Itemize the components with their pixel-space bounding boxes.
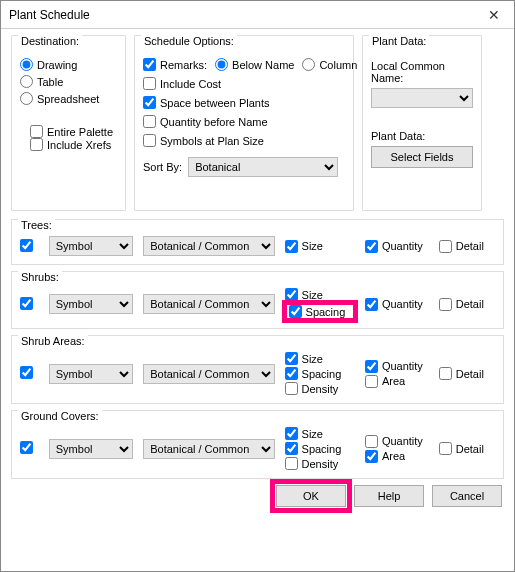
shrubs-symbol-combo[interactable]: Symbol [49,294,133,314]
check-entire-palette[interactable]: Entire Palette [30,125,117,138]
window-title: Plant Schedule [9,8,90,22]
gc-density-check[interactable]: Density [285,457,355,470]
footer: OK Help Cancel [11,485,504,507]
trees-detail-check[interactable]: Detail [439,240,495,253]
gc-enable-check[interactable] [20,441,33,454]
lcn-label: Local Common Name: [371,60,473,84]
check-space-between-input[interactable] [143,96,156,109]
check-symbols-plan[interactable]: Symbols at Plan Size [143,134,345,147]
shrubareas-size-check[interactable]: Size [285,352,355,365]
check-remarks-input[interactable] [143,58,156,71]
shrubareas-name-combo[interactable]: Botanical / Common [143,364,274,384]
options-legend: Schedule Options: [141,35,237,47]
lcn-combo[interactable] [371,88,473,108]
section-shrubs: Shrubs: Symbol Botanical / Common Size S… [11,271,504,329]
trees-quantity-check[interactable]: Quantity [365,240,423,253]
shrubareas-density-check[interactable]: Density [285,382,355,395]
sortby-label: Sort By: [143,161,182,173]
group-destination: Destination: Drawing Table Spreadsheet E… [11,35,126,211]
shrubareas-quantity-check[interactable]: Quantity [365,360,429,373]
radio-drawing-input[interactable] [20,58,33,71]
shrubs-legend: Shrubs: [18,271,62,283]
shrubs-spacing-check[interactable]: Spacing [285,303,355,320]
help-button[interactable]: Help [354,485,424,507]
shrubareas-detail-check[interactable]: Detail [439,367,495,380]
ok-button[interactable]: OK [276,485,346,507]
close-icon: ✕ [488,7,500,23]
check-qty-before-input[interactable] [143,115,156,128]
close-button[interactable]: ✕ [474,1,514,29]
group-options: Schedule Options: Remarks: Below Name Co… [134,35,354,211]
shrubs-name-combo[interactable]: Botanical / Common [143,294,274,314]
dialog-content: Destination: Drawing Table Spreadsheet E… [1,29,514,517]
gc-spacing-check[interactable]: Spacing [285,442,355,455]
destination-legend: Destination: [18,35,82,47]
gc-quantity-check[interactable]: Quantity [365,435,429,448]
check-include-xrefs-input[interactable] [30,138,43,151]
shrubs-size-check[interactable]: Size [285,288,355,301]
plantdata-legend: Plant Data: [369,35,429,47]
radio-table-input[interactable] [20,75,33,88]
trees-size-check[interactable]: Size [285,240,323,253]
check-space-between[interactable]: Space between Plants [143,96,345,109]
pd-label: Plant Data: [371,130,473,142]
radio-column[interactable]: Column [302,58,357,71]
radio-spreadsheet[interactable]: Spreadsheet [20,92,117,105]
radio-column-input[interactable] [302,58,315,71]
gc-name-combo[interactable]: Botanical / Common [143,439,274,459]
shrubareas-area-check[interactable]: Area [365,375,429,388]
ground-covers-legend: Ground Covers: [18,410,102,422]
check-symbols-plan-input[interactable] [143,134,156,147]
check-qty-before[interactable]: Quantity before Name [143,115,345,128]
shrubareas-spacing-check[interactable]: Spacing [285,367,355,380]
shrubareas-symbol-combo[interactable]: Symbol [49,364,133,384]
check-remarks[interactable]: Remarks: [143,58,207,71]
section-shrub-areas: Shrub Areas: Symbol Botanical / Common S… [11,335,504,404]
sort-row: Sort By: Botanical [143,157,345,177]
trees-symbol-combo[interactable]: Symbol [49,236,133,256]
shrubareas-enable-check[interactable] [20,366,33,379]
radio-table[interactable]: Table [20,75,117,88]
cancel-button[interactable]: Cancel [432,485,502,507]
shrubs-detail-check[interactable]: Detail [439,298,495,311]
check-include-cost-input[interactable] [143,77,156,90]
check-entire-palette-input[interactable] [30,125,43,138]
radio-spreadsheet-input[interactable] [20,92,33,105]
shrubs-enable-check[interactable] [20,297,33,310]
check-include-cost[interactable]: Include Cost [143,77,345,90]
top-row: Destination: Drawing Table Spreadsheet E… [11,35,504,211]
section-ground-covers: Ground Covers: Symbol Botanical / Common… [11,410,504,479]
titlebar: Plant Schedule ✕ [1,1,514,29]
select-fields-button[interactable]: Select Fields [371,146,473,168]
check-include-xrefs[interactable]: Include Xrefs [30,138,117,151]
section-trees: Trees: Symbol Botanical / Common Size Qu… [11,219,504,265]
radio-drawing[interactable]: Drawing [20,58,117,71]
gc-area-check[interactable]: Area [365,450,429,463]
trees-name-combo[interactable]: Botanical / Common [143,236,274,256]
gc-symbol-combo[interactable]: Symbol [49,439,133,459]
radio-below-name-input[interactable] [215,58,228,71]
trees-legend: Trees: [18,219,55,231]
radio-below-name[interactable]: Below Name [215,58,294,71]
group-plantdata: Plant Data: Local Common Name: Plant Dat… [362,35,482,211]
shrub-areas-legend: Shrub Areas: [18,335,88,347]
trees-enable-check[interactable] [20,239,33,252]
shrubs-quantity-check[interactable]: Quantity [365,298,429,311]
sortby-combo[interactable]: Botanical [188,157,338,177]
gc-size-check[interactable]: Size [285,427,355,440]
gc-detail-check[interactable]: Detail [439,442,495,455]
